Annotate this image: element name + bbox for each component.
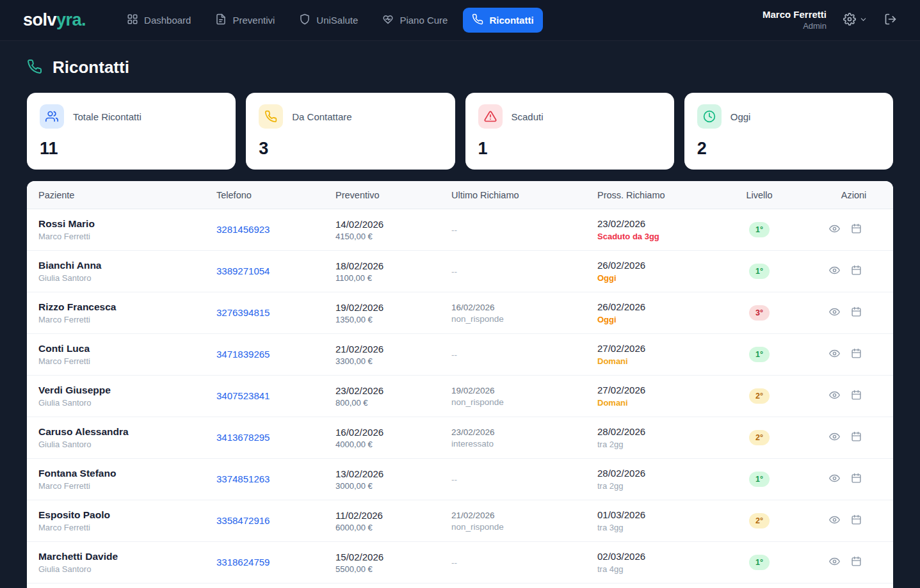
pross-richiamo-date: 28/02/2026 xyxy=(597,468,704,479)
preventivo-cell: 19/02/2026 1350,00 € xyxy=(324,302,440,324)
nav-item-preventivi[interactable]: Preventivi xyxy=(206,8,284,33)
nav-item-piano-cure[interactable]: Piano Cure xyxy=(373,8,456,33)
livello-cell: 1° xyxy=(704,222,814,237)
col-preventivo: Preventivo xyxy=(324,190,440,200)
user-info: Marco Ferretti Admin xyxy=(763,9,827,31)
calendar-button[interactable] xyxy=(851,223,862,237)
pross-richiamo-status: Domani xyxy=(597,398,704,408)
view-button[interactable] xyxy=(829,431,840,445)
stat-value: 1 xyxy=(478,139,661,159)
ultimo-richiamo-cell: 19/02/2026 non_risponde xyxy=(440,386,586,407)
calendar-button[interactable] xyxy=(851,514,862,528)
preventivo-cell: 14/02/2026 4150,00 € xyxy=(324,219,440,241)
pross-richiamo-date: 23/02/2026 xyxy=(597,218,704,229)
patient-operator: Marco Ferretti xyxy=(38,523,205,532)
ultimo-richiamo-cell: -- xyxy=(440,225,586,235)
calendar-button[interactable] xyxy=(851,265,862,278)
table-row: Marchetti Davide Giulia Santoro 33186247… xyxy=(27,542,893,584)
stat-value: 2 xyxy=(697,139,880,159)
level-badge: 1° xyxy=(749,472,770,487)
pross-richiamo-cell: 28/02/2026 tra 2gg xyxy=(586,426,704,449)
calendar-button[interactable] xyxy=(851,306,862,320)
livello-cell: 3° xyxy=(704,305,814,321)
table-row: Caruso Alessandra Giulia Santoro 3413678… xyxy=(27,417,893,459)
grid-icon xyxy=(127,13,138,27)
pross-richiamo-cell: 23/02/2026 Scaduto da 3gg xyxy=(586,218,704,241)
view-button[interactable] xyxy=(829,473,840,486)
patient-operator: Marco Ferretti xyxy=(38,481,205,491)
stat-value: 3 xyxy=(259,139,442,159)
nav-item-ricontatti[interactable]: Ricontatti xyxy=(463,8,542,33)
preventivo-amount: 800,00 € xyxy=(335,398,440,408)
phone-link[interactable]: 3318624759 xyxy=(216,557,270,568)
nav-label: Dashboard xyxy=(144,15,191,26)
phone-link[interactable]: 3276394815 xyxy=(216,307,270,318)
calendar-button[interactable] xyxy=(851,431,862,445)
preventivo-date: 18/02/2026 xyxy=(335,260,440,271)
phone-cell: 3318624759 xyxy=(205,557,324,568)
view-button[interactable] xyxy=(829,306,840,320)
preventivo-cell: 16/02/2026 4000,00 € xyxy=(324,427,440,449)
preventivo-amount: 1100,00 € xyxy=(335,273,440,283)
phone-link[interactable]: 3374851263 xyxy=(216,473,270,484)
level-badge: 1° xyxy=(749,264,770,279)
phone-link[interactable]: 3281456923 xyxy=(216,224,270,235)
preventivo-cell: 15/02/2026 5500,00 € xyxy=(324,552,440,574)
preventivo-amount: 6000,00 € xyxy=(335,523,440,532)
nav-label: UniSalute xyxy=(316,15,358,26)
user-role: Admin xyxy=(763,21,827,31)
pross-richiamo-cell: 02/03/2026 tra 4gg xyxy=(586,551,704,574)
ultimo-richiamo-cell: -- xyxy=(440,267,586,276)
ultimo-richiamo-empty: -- xyxy=(451,558,586,568)
calendar-button[interactable] xyxy=(851,390,862,403)
view-button[interactable] xyxy=(829,556,840,569)
phone-cell: 3281456923 xyxy=(205,224,324,235)
patient-operator: Marco Ferretti xyxy=(38,232,205,241)
table-row: Rossi Mario Marco Ferretti 3281456923 14… xyxy=(27,209,893,251)
phone-link[interactable]: 3389271054 xyxy=(216,266,270,276)
patient-name: Conti Luca xyxy=(38,343,205,354)
view-button[interactable] xyxy=(829,223,840,237)
ultimo-richiamo-cell: 23/02/2026 interessato xyxy=(440,427,586,449)
view-button[interactable] xyxy=(829,265,840,278)
ultimo-richiamo-status: non_risponde xyxy=(451,314,586,324)
app-logo[interactable]: solvyra. xyxy=(23,10,86,30)
calendar-button[interactable] xyxy=(851,473,862,486)
phone-link[interactable]: 3407523841 xyxy=(216,390,270,401)
ultimo-richiamo-status: non_risponde xyxy=(451,522,586,532)
pross-richiamo-cell: 26/02/2026 Oggi xyxy=(586,260,704,283)
nav-item-unisalute[interactable]: UniSalute xyxy=(290,8,367,33)
patient-name: Rizzo Francesca xyxy=(38,301,205,313)
clock-icon xyxy=(697,104,722,129)
chevron-down-icon xyxy=(859,15,868,26)
table-row: Rizzo Francesca Marco Ferretti 327639481… xyxy=(27,292,893,334)
pross-richiamo-status: tra 2gg xyxy=(597,440,704,449)
pross-richiamo-cell: 26/02/2026 Oggi xyxy=(586,301,704,324)
col-livello: Livello xyxy=(704,190,814,200)
patient-name: Caruso Alessandra xyxy=(38,426,205,438)
calendar-button[interactable] xyxy=(851,348,862,362)
logo-text-accent: yra. xyxy=(56,10,86,29)
phone-link[interactable]: 3413678295 xyxy=(216,432,270,443)
level-badge: 1° xyxy=(749,555,770,570)
view-button[interactable] xyxy=(829,514,840,528)
view-button[interactable] xyxy=(829,390,840,403)
patient-cell: Fontana Stefano Marco Ferretti xyxy=(27,468,205,491)
view-button[interactable] xyxy=(829,348,840,362)
stat-label: Da Contattare xyxy=(292,111,351,122)
patient-name: Fontana Stefano xyxy=(38,468,205,479)
phone-link[interactable]: 3471839265 xyxy=(216,349,270,360)
patient-operator: Marco Ferretti xyxy=(38,356,205,366)
azioni-cell xyxy=(814,473,893,486)
ultimo-richiamo-date: 16/02/2026 xyxy=(451,303,586,312)
pross-richiamo-cell: 27/02/2026 Domani xyxy=(586,343,704,366)
settings-menu-button[interactable] xyxy=(843,13,868,28)
logout-button[interactable] xyxy=(884,13,897,28)
phone-link[interactable]: 3358472916 xyxy=(216,515,270,526)
nav-item-dashboard[interactable]: Dashboard xyxy=(118,8,200,33)
calendar-button[interactable] xyxy=(851,556,862,569)
stat-cards: Totale Ricontatti 11 Da Contattare 3 Sca… xyxy=(27,93,893,170)
ultimo-richiamo-cell: -- xyxy=(440,475,586,484)
table-row: 04/03/2026 xyxy=(27,584,893,588)
preventivo-date: 14/02/2026 xyxy=(335,219,440,230)
